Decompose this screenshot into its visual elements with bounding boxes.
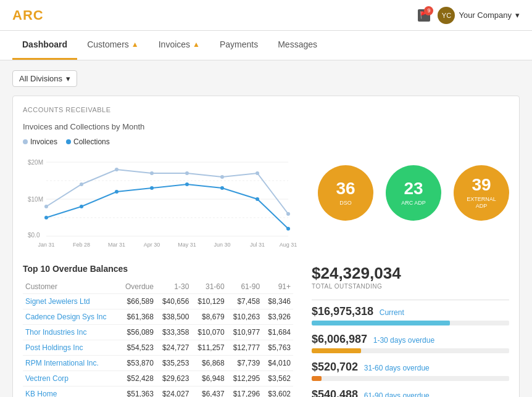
top10-section: Top 10 Overdue Balances Customer Overdue…: [23, 264, 293, 397]
bar-fill: [312, 376, 322, 381]
col-dot-1: [44, 216, 48, 219]
col1-val: $29,623: [156, 371, 191, 387]
kpi-dso: 36 DSO: [318, 165, 373, 221]
tab-dashboard[interactable]: Dashboard: [12, 31, 77, 60]
overdue-val: $52,428: [119, 371, 156, 387]
svg-text:Jan 31: Jan 31: [38, 242, 54, 248]
chart-title: Invoices and Collections by Month: [23, 122, 299, 131]
kpi-ext-adp-number: 39: [472, 176, 491, 194]
tab-customers[interactable]: Customers ▲: [77, 31, 149, 60]
card-title: Accounts Receivable: [23, 106, 509, 113]
tab-messages-label: Messages: [278, 39, 317, 49]
bar-item: $540,488 61-90 days overdue: [312, 388, 509, 397]
tab-invoices[interactable]: Invoices ▲: [149, 31, 210, 60]
customer-link[interactable]: KB Home: [25, 390, 57, 397]
bar-desc[interactable]: 61-90 days overdue: [364, 391, 430, 397]
inv-dot-1: [44, 205, 48, 208]
svg-text:$10M: $10M: [28, 196, 43, 203]
col1-val: $40,656: [156, 294, 191, 309]
col4-val: $3,562: [262, 371, 293, 387]
col1-val: $35,253: [156, 356, 191, 371]
tab-payments[interactable]: Payments: [210, 31, 268, 60]
legend-invoices: Invoices: [23, 137, 57, 146]
customer-link[interactable]: Thor Industries Inc: [25, 328, 86, 337]
bar-fill: [312, 348, 361, 353]
total-outstanding: $24,329,034 TOTAL OUTSTANDING: [312, 264, 509, 290]
bar-track: [312, 348, 509, 353]
svg-text:$0.0: $0.0: [28, 232, 40, 239]
kpi-arc-adp: 23 ARC ADP: [386, 165, 441, 221]
col4-val: $5,763: [262, 340, 293, 356]
bar-items: $16,975,318 Current $6,006,987 1-30 days…: [312, 305, 509, 397]
col-dot-7: [256, 197, 259, 201]
invoices-dot: [23, 139, 28, 144]
table-row: Cadence Design Sys Inc $61,368 $38,500 $…: [23, 309, 293, 325]
col-overdue: Overdue: [119, 280, 156, 294]
col2-val: $8,679: [191, 309, 227, 325]
col2-val: $6,948: [191, 371, 227, 387]
bar-track: [312, 376, 509, 381]
overdue-val: $61,368: [119, 309, 156, 325]
bar-track: [312, 321, 509, 325]
customer-name: Cadence Design Sys Inc: [23, 309, 119, 325]
kpi-dso-number: 36: [336, 180, 355, 197]
customer-name: KB Home: [23, 387, 119, 398]
overdue-val: $51,363: [119, 387, 156, 398]
logo: ARC: [12, 7, 44, 23]
select-chevron-icon: ▾: [66, 74, 70, 83]
divider: [312, 300, 509, 300]
nav-tabs: Dashboard Customers ▲ Invoices ▲ Payment…: [0, 31, 532, 60]
col-dot-3: [115, 190, 118, 194]
customers-warning-icon: ▲: [131, 40, 139, 49]
bar-amount: $540,488: [312, 388, 358, 397]
col-1-30: 1-30: [156, 280, 191, 294]
table-row: Thor Industries Inc $56,089 $33,358 $10,…: [23, 325, 293, 340]
tab-payments-label: Payments: [220, 39, 258, 49]
col4-val: $4,010: [262, 356, 293, 371]
customer-link[interactable]: Cadence Design Sys Inc: [25, 313, 106, 321]
table-row: Signet Jewelers Ltd $66,589 $40,656 $10,…: [23, 294, 293, 309]
company-selector[interactable]: YC Your Company ▾: [438, 7, 520, 24]
customer-link[interactable]: Vectren Corp: [25, 374, 69, 383]
division-label: All Divisions: [19, 74, 62, 83]
tab-invoices-label: Invoices: [159, 39, 190, 49]
customer-link[interactable]: RPM International Inc.: [25, 359, 99, 367]
col3-val: $17,296: [227, 387, 262, 398]
customer-name: RPM International Inc.: [23, 356, 119, 371]
overdue-val: $66,589: [119, 294, 156, 309]
inv-dot-6: [220, 175, 224, 179]
header: ARC 🚩 9 YC Your Company ▾: [0, 0, 532, 31]
bar-desc[interactable]: 1-30 days overdue: [373, 336, 434, 345]
customer-link[interactable]: Signet Jewelers Ltd: [25, 297, 90, 306]
logo-arc: ARC: [12, 7, 44, 23]
col1-val: $38,500: [156, 309, 191, 325]
overdue-val: $53,870: [119, 356, 156, 371]
legend-collections: Collections: [66, 137, 110, 146]
legend-collections-label: Collections: [73, 137, 110, 146]
bar-row: $6,006,987 1-30 days overdue: [312, 333, 509, 346]
customer-name: Thor Industries Inc: [23, 325, 119, 340]
bar-item: $16,975,318 Current: [312, 305, 509, 325]
bar-row: $540,488 61-90 days overdue: [312, 388, 509, 397]
bar-desc[interactable]: Current: [380, 308, 404, 317]
bar-row: $520,702 31-60 days overdue: [312, 361, 509, 374]
col-dot-6: [220, 186, 224, 190]
division-select[interactable]: All Divisions ▾: [12, 70, 77, 87]
content: All Divisions ▾ Accounts Receivable Invo…: [0, 60, 532, 397]
svg-text:Jul 31: Jul 31: [250, 242, 265, 248]
customer-link[interactable]: Post Holdings Inc: [25, 343, 83, 352]
notification-icon[interactable]: 🚩 9: [418, 9, 430, 22]
tab-messages[interactable]: Messages: [268, 31, 327, 60]
table-row: Vectren Corp $52,428 $29,623 $6,948 $12,…: [23, 371, 293, 387]
legend-invoices-label: Invoices: [30, 137, 57, 146]
col2-val: $6,437: [191, 387, 227, 398]
bar-fill: [312, 321, 450, 325]
bar-amount: $16,975,318: [312, 305, 373, 317]
outstanding-section: $24,329,034 TOTAL OUTSTANDING $16,975,31…: [312, 264, 509, 397]
kpi-arc-adp-label: ARC ADP: [401, 200, 426, 207]
top10-table: Customer Overdue 1-30 31-60 61-90 91+ Si…: [23, 280, 293, 397]
bar-desc[interactable]: 31-60 days overdue: [364, 364, 430, 372]
col4-val: $3,602: [262, 387, 293, 398]
col4-val: $3,926: [262, 309, 293, 325]
col4-val: $8,346: [262, 294, 293, 309]
